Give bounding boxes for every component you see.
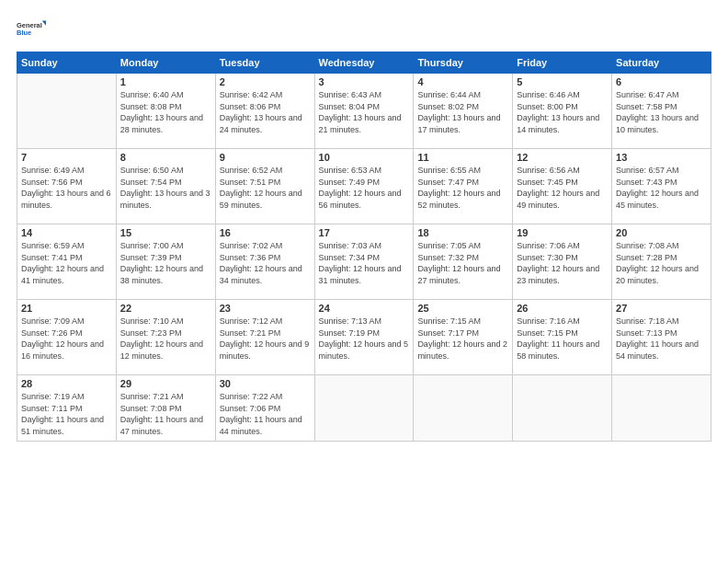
day-number: 21 [21, 303, 112, 314]
day-number: 5 [517, 76, 608, 87]
calendar-cell: 22Sunrise: 7:10 AM Sunset: 7:23 PM Dayli… [116, 300, 215, 375]
calendar-cell: 1Sunrise: 6:40 AM Sunset: 8:08 PM Daylig… [116, 74, 215, 149]
day-info: Sunrise: 7:00 AM Sunset: 7:39 PM Dayligh… [120, 240, 211, 286]
day-info: Sunrise: 6:50 AM Sunset: 7:54 PM Dayligh… [120, 165, 211, 211]
calendar-cell: 4Sunrise: 6:44 AM Sunset: 8:02 PM Daylig… [414, 74, 513, 149]
day-info: Sunrise: 6:43 AM Sunset: 8:04 PM Dayligh… [319, 89, 410, 135]
day-number: 14 [21, 227, 112, 238]
day-number: 27 [616, 303, 707, 314]
header: General Blue [17, 15, 711, 44]
day-info: Sunrise: 6:44 AM Sunset: 8:02 PM Dayligh… [417, 89, 508, 135]
calendar-cell: 17Sunrise: 7:03 AM Sunset: 7:34 PM Dayli… [314, 224, 414, 300]
svg-marker-2 [42, 20, 46, 25]
weekday-header-friday: Friday [513, 52, 612, 74]
day-number: 22 [120, 303, 211, 314]
day-number: 28 [21, 378, 112, 389]
day-info: Sunrise: 6:56 AM Sunset: 7:45 PM Dayligh… [517, 165, 608, 211]
calendar-cell: 7Sunrise: 6:49 AM Sunset: 7:56 PM Daylig… [17, 149, 117, 224]
weekday-header-saturday: Saturday [612, 52, 711, 74]
calendar-table: SundayMondayTuesdayWednesdayThursdayFrid… [17, 52, 711, 442]
calendar-cell: 24Sunrise: 7:13 AM Sunset: 7:19 PM Dayli… [314, 300, 414, 375]
calendar-week-row: 1Sunrise: 6:40 AM Sunset: 8:08 PM Daylig… [17, 74, 711, 149]
day-number: 12 [517, 152, 608, 163]
calendar-cell: 18Sunrise: 7:05 AM Sunset: 7:32 PM Dayli… [414, 224, 513, 300]
calendar-cell: 12Sunrise: 6:56 AM Sunset: 7:45 PM Dayli… [513, 149, 612, 224]
day-info: Sunrise: 6:52 AM Sunset: 7:51 PM Dayligh… [220, 165, 311, 211]
calendar-cell: 10Sunrise: 6:53 AM Sunset: 7:49 PM Dayli… [314, 149, 414, 224]
calendar-cell: 27Sunrise: 7:18 AM Sunset: 7:13 PM Dayli… [612, 300, 711, 375]
calendar-week-row: 7Sunrise: 6:49 AM Sunset: 7:56 PM Daylig… [17, 149, 711, 224]
day-number: 7 [21, 152, 112, 163]
calendar-cell: 3Sunrise: 6:43 AM Sunset: 8:04 PM Daylig… [314, 74, 414, 149]
weekday-header-wednesday: Wednesday [314, 52, 414, 74]
day-info: Sunrise: 7:16 AM Sunset: 7:15 PM Dayligh… [517, 316, 608, 362]
calendar-cell: 9Sunrise: 6:52 AM Sunset: 7:51 PM Daylig… [215, 149, 314, 224]
calendar-week-row: 21Sunrise: 7:09 AM Sunset: 7:26 PM Dayli… [17, 300, 711, 375]
calendar-cell: 23Sunrise: 7:12 AM Sunset: 7:21 PM Dayli… [215, 300, 314, 375]
calendar-cell: 21Sunrise: 7:09 AM Sunset: 7:26 PM Dayli… [17, 300, 117, 375]
day-info: Sunrise: 7:02 AM Sunset: 7:36 PM Dayligh… [220, 240, 311, 286]
calendar-cell: 19Sunrise: 7:06 AM Sunset: 7:30 PM Dayli… [513, 224, 612, 300]
day-info: Sunrise: 6:53 AM Sunset: 7:49 PM Dayligh… [319, 165, 410, 211]
day-info: Sunrise: 7:13 AM Sunset: 7:19 PM Dayligh… [319, 316, 410, 362]
day-number: 23 [220, 303, 311, 314]
day-info: Sunrise: 7:09 AM Sunset: 7:26 PM Dayligh… [21, 316, 112, 362]
day-info: Sunrise: 6:46 AM Sunset: 8:00 PM Dayligh… [517, 89, 608, 135]
day-number: 11 [417, 152, 508, 163]
day-number: 30 [220, 378, 311, 389]
calendar-cell: 5Sunrise: 6:46 AM Sunset: 8:00 PM Daylig… [513, 74, 612, 149]
calendar-cell: 30Sunrise: 7:22 AM Sunset: 7:06 PM Dayli… [215, 375, 314, 442]
logo-svg: General Blue [17, 15, 46, 44]
calendar-cell: 8Sunrise: 6:50 AM Sunset: 7:54 PM Daylig… [116, 149, 215, 224]
day-info: Sunrise: 7:10 AM Sunset: 7:23 PM Dayligh… [120, 316, 211, 362]
day-number: 13 [616, 152, 707, 163]
weekday-header-row: SundayMondayTuesdayWednesdayThursdayFrid… [17, 52, 711, 74]
logo: General Blue [17, 15, 46, 44]
day-number: 25 [417, 303, 508, 314]
calendar-week-row: 14Sunrise: 6:59 AM Sunset: 7:41 PM Dayli… [17, 224, 711, 300]
calendar-week-row: 28Sunrise: 7:19 AM Sunset: 7:11 PM Dayli… [17, 375, 711, 442]
calendar-cell: 25Sunrise: 7:15 AM Sunset: 7:17 PM Dayli… [414, 300, 513, 375]
day-number: 20 [616, 227, 707, 238]
day-info: Sunrise: 7:12 AM Sunset: 7:21 PM Dayligh… [220, 316, 311, 362]
weekday-header-thursday: Thursday [414, 52, 513, 74]
calendar-cell: 16Sunrise: 7:02 AM Sunset: 7:36 PM Dayli… [215, 224, 314, 300]
calendar-cell: 28Sunrise: 7:19 AM Sunset: 7:11 PM Dayli… [17, 375, 117, 442]
day-info: Sunrise: 7:18 AM Sunset: 7:13 PM Dayligh… [616, 316, 707, 362]
day-info: Sunrise: 7:15 AM Sunset: 7:17 PM Dayligh… [417, 316, 508, 362]
day-info: Sunrise: 7:06 AM Sunset: 7:30 PM Dayligh… [517, 240, 608, 286]
calendar-cell [314, 375, 414, 442]
calendar-cell: 11Sunrise: 6:55 AM Sunset: 7:47 PM Dayli… [414, 149, 513, 224]
day-info: Sunrise: 6:49 AM Sunset: 7:56 PM Dayligh… [21, 165, 112, 211]
day-number: 29 [120, 378, 211, 389]
day-info: Sunrise: 7:22 AM Sunset: 7:06 PM Dayligh… [220, 391, 311, 437]
day-info: Sunrise: 6:55 AM Sunset: 7:47 PM Dayligh… [417, 165, 508, 211]
weekday-header-sunday: Sunday [17, 52, 117, 74]
day-info: Sunrise: 6:59 AM Sunset: 7:41 PM Dayligh… [21, 240, 112, 286]
day-number: 19 [517, 227, 608, 238]
calendar-cell [513, 375, 612, 442]
day-number: 9 [220, 152, 311, 163]
day-number: 8 [120, 152, 211, 163]
calendar-cell [17, 74, 117, 149]
day-number: 24 [319, 303, 410, 314]
day-number: 15 [120, 227, 211, 238]
day-number: 1 [120, 76, 211, 87]
calendar-cell: 2Sunrise: 6:42 AM Sunset: 8:06 PM Daylig… [215, 74, 314, 149]
calendar-cell: 13Sunrise: 6:57 AM Sunset: 7:43 PM Dayli… [612, 149, 711, 224]
day-number: 26 [517, 303, 608, 314]
day-info: Sunrise: 7:21 AM Sunset: 7:08 PM Dayligh… [120, 391, 211, 437]
calendar-cell: 14Sunrise: 6:59 AM Sunset: 7:41 PM Dayli… [17, 224, 117, 300]
day-number: 17 [319, 227, 410, 238]
day-info: Sunrise: 6:40 AM Sunset: 8:08 PM Dayligh… [120, 89, 211, 135]
day-number: 18 [417, 227, 508, 238]
calendar-cell: 15Sunrise: 7:00 AM Sunset: 7:39 PM Dayli… [116, 224, 215, 300]
svg-text:General: General [17, 21, 42, 29]
svg-text:Blue: Blue [17, 29, 31, 37]
day-info: Sunrise: 7:05 AM Sunset: 7:32 PM Dayligh… [417, 240, 508, 286]
calendar-cell: 29Sunrise: 7:21 AM Sunset: 7:08 PM Dayli… [116, 375, 215, 442]
day-info: Sunrise: 7:03 AM Sunset: 7:34 PM Dayligh… [319, 240, 410, 286]
day-number: 10 [319, 152, 410, 163]
day-number: 6 [616, 76, 707, 87]
calendar-cell: 20Sunrise: 7:08 AM Sunset: 7:28 PM Dayli… [612, 224, 711, 300]
